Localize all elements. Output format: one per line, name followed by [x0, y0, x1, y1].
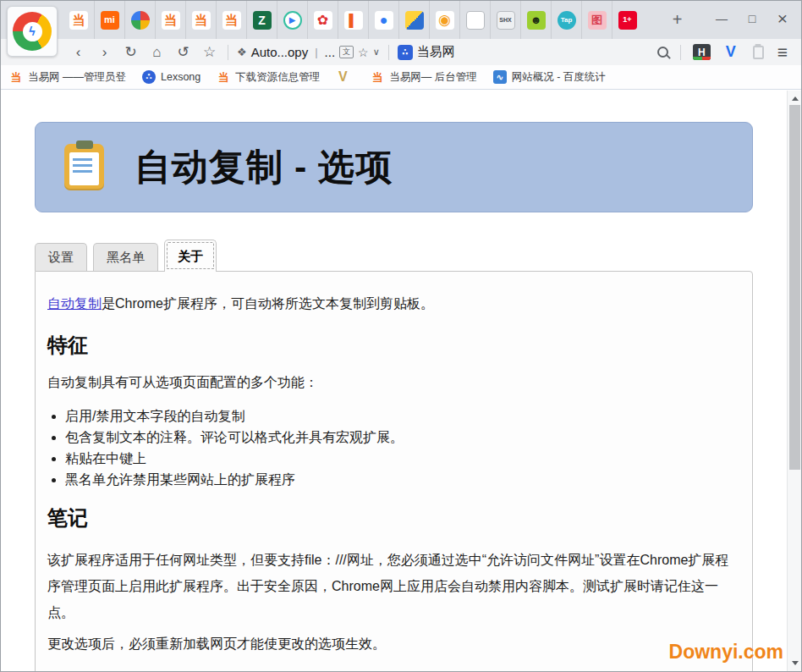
- reload-button[interactable]: ↻: [118, 41, 144, 63]
- close-button[interactable]: ×: [767, 6, 798, 31]
- toolbar-divider: [680, 45, 681, 60]
- bookmark-label: Lexsong: [161, 71, 200, 83]
- forward-button[interactable]: ›: [91, 41, 118, 63]
- clipboard-extension-icon[interactable]: [753, 46, 764, 59]
- scrollbar-thumb[interactable]: [789, 105, 800, 470]
- dangyi-favicon: 当: [371, 70, 384, 84]
- browser-tab-10[interactable]: ▌: [338, 1, 368, 39]
- browser-tab-1[interactable]: 当: [63, 1, 94, 39]
- window-controls: — □ ×: [706, 6, 798, 31]
- tab-blacklist[interactable]: 黑名单: [93, 243, 158, 271]
- browser-tab-12[interactable]: [398, 1, 429, 39]
- feature-item: 启用/禁用文本字段的自动复制: [65, 407, 740, 425]
- tab-about[interactable]: 关于: [164, 240, 217, 272]
- browser-tab-9[interactable]: ✿: [307, 1, 338, 39]
- undo-button[interactable]: ↺: [170, 41, 196, 63]
- v-extension-icon[interactable]: V: [726, 43, 736, 61]
- page-header-banner: 自动复制 - 选项: [35, 122, 753, 212]
- tab-settings[interactable]: 设置: [35, 243, 87, 271]
- menu-hamburger-icon[interactable]: ≡: [777, 42, 788, 63]
- baidu-paw-icon: ∴: [142, 70, 156, 84]
- baidu-tongji-chart-icon: ∿: [493, 70, 507, 84]
- browser-tab-14[interactable]: [459, 1, 490, 39]
- chevron-down-icon[interactable]: ∨: [373, 47, 380, 58]
- blank-document-favicon: [466, 11, 485, 30]
- feature-item: 包含复制文本的注释。评论可以格式化并具有宏观扩展。: [65, 428, 740, 446]
- browser-tab-7[interactable]: Z: [246, 1, 277, 39]
- browser-tab-4[interactable]: 当: [155, 1, 185, 39]
- search-icon[interactable]: [657, 47, 668, 58]
- z-letter-favicon: Z: [253, 11, 272, 30]
- bookmark-page-star-icon[interactable]: ☆: [358, 46, 369, 59]
- home-button[interactable]: ⌂: [144, 41, 170, 63]
- vertical-scrollbar[interactable]: [787, 91, 801, 671]
- back-button[interactable]: ‹: [65, 41, 91, 63]
- translate-icon[interactable]: 文: [339, 46, 354, 58]
- door-favicon: ▌: [344, 11, 363, 30]
- site-shortcut-chip[interactable]: ∴ 当易网: [394, 41, 459, 63]
- browser-tab-5[interactable]: 当: [185, 1, 216, 39]
- toolbar-divider: [228, 45, 228, 60]
- favorite-star-button[interactable]: ☆: [196, 41, 222, 63]
- notes-heading: 笔记: [47, 504, 740, 532]
- address-bar[interactable]: ❖ Auto...opy | ... 文 ☆ ∨: [233, 41, 383, 63]
- minimize-button[interactable]: —: [706, 6, 737, 31]
- browser-tab-19[interactable]: 1+: [612, 1, 642, 39]
- browser-window: 当 mi 当 当 当 Z ▶ ✿ ▌ ● ◉ SHX ☻ Tap 图 1+ + …: [0, 0, 802, 672]
- tu-character-favicon: 图: [588, 11, 607, 30]
- v-letter-icon: V: [336, 70, 349, 84]
- bookmark-item[interactable]: V: [336, 70, 354, 84]
- site-name-text: 当易网: [417, 44, 455, 60]
- browser-toolbar: ‹ › ↻ ⌂ ↺ ☆ ❖ Auto...opy | ... 文 ☆ ∨ ∴ 当…: [1, 39, 801, 65]
- address-ellipsis: ...: [325, 45, 336, 59]
- new-tab-button[interactable]: +: [666, 8, 689, 31]
- feature-item: 黑名单允许禁用某些网站上的扩展程序: [65, 471, 740, 488]
- maximize-button[interactable]: □: [737, 6, 767, 31]
- address-divider: |: [315, 46, 317, 58]
- flower-favicon: ✿: [314, 11, 332, 30]
- bookmark-label: 当易网 ——管理员登: [28, 70, 126, 85]
- shx-document-favicon: SHX: [497, 11, 515, 30]
- extension-name-text: Auto...opy: [251, 45, 309, 59]
- browser-tab-3[interactable]: [124, 1, 155, 39]
- intro-paragraph: 自动复制是Chrome扩展程序，可自动将所选文本复制到剪贴板。: [47, 295, 740, 313]
- features-heading: 特征: [47, 332, 740, 359]
- options-tab-bar: 设置 黑名单 关于: [35, 240, 222, 271]
- bookmark-item[interactable]: 当 当易网— 后台管理: [371, 70, 476, 85]
- browser-tab-6[interactable]: 当: [216, 1, 246, 39]
- browser-tab-16[interactable]: ☻: [520, 1, 551, 39]
- clipboard-text-lines: [73, 158, 92, 174]
- clipboard-paper: [69, 152, 99, 185]
- extension-puzzle-icon: ❖: [237, 46, 247, 58]
- oneplus-favicon: 1+: [618, 11, 637, 30]
- browser-tab-8[interactable]: ▶: [277, 1, 307, 39]
- browser-tab-11[interactable]: ●: [368, 1, 398, 39]
- bookmark-item[interactable]: ∿ 网站概况 - 百度统计: [493, 70, 606, 85]
- features-lead: 自动复制具有可从选项页面配置的多个功能：: [47, 374, 740, 392]
- autocopy-link[interactable]: 自动复制: [47, 296, 102, 311]
- browser-tab-15[interactable]: SHX: [490, 1, 520, 39]
- browser-tab-13[interactable]: ◉: [429, 1, 459, 39]
- bookmark-item[interactable]: ∴ Lexsong: [142, 70, 200, 84]
- xiaomi-favicon: mi: [101, 11, 119, 30]
- notes-paragraph: 该扩展程序适用于任何网址类型，但要支持file：///网址，您必须通过选中“允许…: [47, 547, 740, 625]
- about-panel: 自动复制是Chrome扩展程序，可自动将所选文本复制到剪贴板。 特征 自动复制具…: [35, 271, 753, 671]
- browser-tab-18[interactable]: 图: [581, 1, 612, 39]
- dangyi-favicon: 当: [192, 11, 211, 30]
- baidu-paw-icon: ∴: [398, 45, 413, 60]
- bookmark-label: 网站概况 - 百度统计: [512, 70, 606, 85]
- bookmark-item[interactable]: 当 当易网 ——管理员登: [9, 70, 126, 85]
- dangyi-favicon: 当: [222, 11, 241, 30]
- clipboard-icon: [64, 144, 104, 190]
- scroll-up-arrow[interactable]: [788, 91, 801, 105]
- active-tab-browser-logo[interactable]: ϟ: [7, 6, 58, 57]
- scroll-down-arrow[interactable]: [788, 657, 801, 670]
- bookmark-item[interactable]: 当 下载资源信息管理: [217, 70, 320, 85]
- feature-item: 粘贴在中键上: [65, 449, 740, 467]
- browser-tab-2[interactable]: mi: [94, 1, 124, 39]
- page-viewport: 自动复制 - 选项 设置 黑名单 关于 自动复制是Chrome扩展程序，可自动将…: [1, 91, 801, 671]
- html5-extension-icon[interactable]: H: [693, 44, 711, 60]
- browser-tab-17[interactable]: Tap: [551, 1, 581, 39]
- intro-text: 是Chrome扩展程序，可自动将所选文本复制到剪贴板。: [102, 296, 434, 311]
- page-title: 自动复制 - 选项: [135, 143, 393, 192]
